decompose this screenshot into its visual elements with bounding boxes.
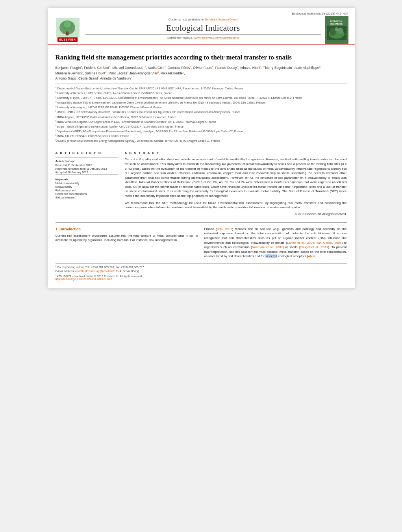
affiliation-a: a Department of Chrono-Environment, Univ…	[56, 86, 347, 91]
abstract-col: A B S T R A C T Current soil quality eva…	[125, 151, 347, 216]
svg-point-7	[338, 28, 343, 34]
volume-info: Ecological Indicators 29 (2013) 445–454	[54, 11, 348, 16]
revised-date: Received in revised form 15 January 2013	[56, 167, 119, 170]
article-info-abstract: A R T I C L E I N F O Article history: R…	[56, 147, 347, 216]
abstract-header: A B S T R A C T	[125, 151, 347, 155]
journal-header: Ecological Indicators 29 (2013) 445–454 …	[48, 8, 355, 44]
elsevier-logo: ELSEVIER	[54, 16, 82, 43]
affiliation-e: e University of Auvergne, UMR547 PIAF, B…	[56, 105, 347, 109]
journal-thumbnail: ECOLOGICALINDICATORS	[325, 16, 348, 44]
affiliation-c: c University of Lyon, UMR CNRS 5600 EVS-…	[56, 96, 347, 100]
keyword-5: Soil parameters	[56, 196, 119, 199]
svg-point-3	[64, 21, 71, 28]
affiliation-b: b University of Rennes 1, UMR Ecobio, CN…	[56, 91, 347, 95]
affiliation-f: f LIMOS, UMR 7137 CNRS Nancy Université,…	[56, 110, 347, 114]
affiliations: a Department of Chrono-Environment, Univ…	[56, 83, 347, 143]
intro-text-left: Current risk assessment procedures assum…	[56, 234, 198, 243]
keyword-4: Reference concentrations	[56, 193, 119, 195]
corresponding-author-note: * Corresponding author. Tel.: +33 0 381 …	[56, 265, 347, 269]
elsevier-logo-svg	[57, 19, 78, 37]
intro-left: 1. Introduction Current risk assessment …	[56, 227, 198, 259]
abstract-para-2: We recommend that the SET methodology be…	[125, 201, 347, 210]
history-label: Article history:	[56, 160, 119, 163]
selected-word: selected	[265, 254, 277, 258]
svg-point-8	[335, 27, 339, 31]
header-top: ELSEVIER Contents lists available at Sci…	[54, 16, 348, 44]
abstract-para-1: Current soil quality evaluation does not…	[125, 157, 347, 198]
email-note: E-mail address: annette.devaufleury@univ…	[56, 269, 347, 273]
affiliation-i: i Esitpa – Ecole d'Ingénieurs en Agricul…	[56, 124, 347, 129]
affiliation-k: k INRA, UR 251 PESSAC, F78026 Versailles…	[56, 134, 347, 138]
journal-homepage: journal homepage: www.elsevier.com/locat…	[85, 36, 321, 39]
intro-text-right: France (IEM, 2007) focuses first on soil…	[204, 227, 347, 259]
ref-pauget[interactable]: Pauget et al., 2011	[300, 245, 328, 249]
abstract-text: Current soil quality evaluation does not…	[125, 157, 347, 210]
sciverse-link[interactable]: SciVerse ScienceDirect	[205, 18, 237, 21]
affiliation-g: g INRA Avignon, UER10635 Gotheron domain…	[56, 115, 347, 119]
authors: Benjamin Paugeta, Frédéric Gimberta, Mic…	[56, 65, 347, 81]
accepted-date: Accepted 16 January 2013	[56, 171, 119, 174]
author-email[interactable]: annette.devaufleury@univ-frante.fr	[75, 270, 118, 272]
copyright: © 2013 Elsevier Ltd. All rights reserved…	[125, 212, 347, 216]
page: Ecological Indicators 29 (2013) 445–454 …	[48, 8, 355, 288]
keywords-divider	[56, 174, 119, 175]
journal-title-area: Contents lists available at SciVerse Sci…	[82, 16, 325, 39]
article-info-divider	[56, 157, 119, 158]
ref-lanno[interactable]: Lanno et al., 2004; van Gestel, 2008	[287, 241, 341, 245]
received-date: Received 11 September 2012	[56, 164, 119, 167]
main-content: Ranking field site management priorities…	[48, 44, 355, 288]
ref-allen[interactable]: Allen,	[308, 254, 316, 258]
keyword-1: Metal bioavailability	[56, 182, 119, 185]
affiliation-l: l ADEME (French Environment and Energy M…	[56, 139, 347, 143]
svg-rect-1	[66, 32, 69, 35]
thumbnail-svg	[327, 26, 346, 40]
footer-note: * Corresponding author. Tel.: +33 0 381 …	[56, 263, 347, 280]
keyword-2: Bioavailability	[56, 185, 119, 188]
elsevier-label: ELSEVIER	[57, 37, 78, 42]
ref-nahmani[interactable]: Nahmani et al., 2007	[252, 245, 283, 249]
journal-url[interactable]: www.elsevier.com/locate/ecolind	[194, 36, 239, 39]
article-info-col: A R T I C L E I N F O Article history: R…	[56, 151, 119, 216]
affiliation-d: d Groupe ISA, Equipe Sols et Environneme…	[56, 100, 347, 105]
keyword-3: Risk assessment	[56, 189, 119, 192]
journal-divider	[85, 34, 321, 35]
article-title: Ranking field site management priorities…	[56, 53, 347, 62]
sciverse-line: Contents lists available at SciVerse Sci…	[85, 18, 321, 21]
article-info-header: A R T I C L E I N F O	[56, 151, 119, 155]
affiliation-j: j Département AGEP (AGroEcosystèmes-Envi…	[56, 129, 347, 133]
doi-line[interactable]: http://dx.doi.org/10.1016/j.ecolind.2013…	[56, 278, 347, 280]
intro-title: 1. Introduction	[56, 227, 198, 231]
issn-line: 1470-160X/$ – see front matter © 2013 El…	[56, 275, 347, 278]
introduction-section: 1. Introduction Current risk assessment …	[56, 222, 347, 259]
keywords-label: Keywords:	[56, 178, 119, 181]
ref-iem[interactable]: IEM, 2007	[217, 227, 232, 231]
intro-right: France (IEM, 2007) focuses first on soil…	[204, 227, 347, 259]
journal-title: Ecological Indicators	[85, 23, 321, 33]
affiliation-h: h INRA Versailles-Grignon, UMR AgroParis…	[56, 120, 347, 124]
